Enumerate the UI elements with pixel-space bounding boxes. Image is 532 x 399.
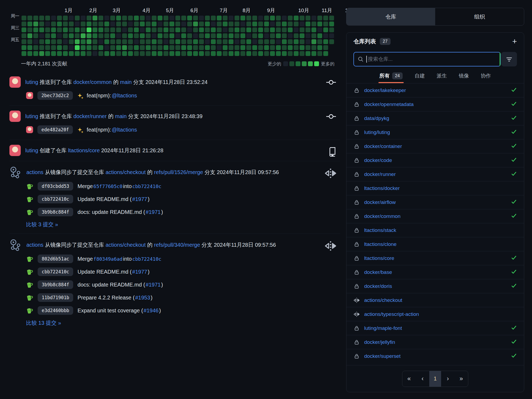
inline-link[interactable]: main [120, 79, 132, 85]
repo-link[interactable]: docker/doris [364, 283, 507, 289]
repo-row[interactable]: docker/common [346, 209, 524, 223]
inline-link[interactable]: cbb722410c [132, 183, 161, 189]
commit-hash[interactable]: cbb722410c [38, 267, 73, 276]
first-page-button[interactable]: « [402, 371, 416, 387]
repo-link[interactable]: actions/checkout [364, 297, 517, 303]
repo-row[interactable]: docker/airflow [346, 195, 524, 209]
repo-link[interactable]: luting/maple-font [364, 325, 507, 331]
repo-link[interactable]: actions/typescript-action [364, 311, 517, 317]
repo-link[interactable]: ltactions/clone [364, 241, 517, 247]
compare-commits-link[interactable]: 比较 13 提交 » [26, 319, 340, 327]
inline-link[interactable]: actions [26, 169, 43, 175]
inline-link[interactable]: #1953 [135, 295, 150, 301]
repo-row[interactable]: ltactions/stack [346, 223, 524, 237]
repo-row[interactable]: docker/lakekeeper [346, 83, 524, 97]
repo-row[interactable]: docker/container [346, 139, 524, 153]
user-avatar[interactable] [9, 76, 21, 88]
repo-row[interactable]: luting/luting [346, 125, 524, 139]
repo-row[interactable]: ltactions/docker [346, 181, 524, 195]
prev-page-button[interactable]: ‹ [416, 371, 429, 387]
inline-link[interactable]: actions/checkout [106, 242, 146, 248]
inline-link[interactable]: f80349a6ad [93, 256, 122, 262]
inline-link[interactable]: luting [25, 147, 38, 153]
repo-row[interactable]: docker/jellyfin [346, 335, 524, 349]
inline-link[interactable]: docker/runner [73, 113, 107, 119]
commit-hash[interactable]: 802d6b51ac [38, 255, 73, 263]
filter-tab[interactable]: 自建 [414, 72, 425, 83]
inline-link[interactable]: ltactions/core [68, 147, 100, 153]
commit-hash[interactable]: cbb722410c [38, 195, 73, 203]
inline-link[interactable]: #1946 [144, 308, 159, 314]
repo-row[interactable]: docker/openmetadata [346, 97, 524, 111]
inline-link[interactable]: refs/pull/340/merge [154, 242, 200, 248]
commit-hash[interactable]: 3b9b8c884f [38, 208, 73, 216]
actions-avatar-icon[interactable] [9, 239, 22, 251]
commit-hash[interactable]: 11bd71901b [38, 293, 73, 302]
commit-author-avatar[interactable] [26, 92, 33, 99]
inline-link[interactable]: #1971 [146, 209, 161, 215]
inline-link[interactable]: cbb722410c [132, 256, 161, 262]
repo-row[interactable]: docker/superset [346, 349, 524, 363]
filter-tab[interactable]: 所有24 [380, 72, 403, 83]
filter-tab[interactable]: 镜像 [459, 72, 469, 83]
next-page-button[interactable]: › [441, 371, 455, 387]
inline-link[interactable]: #1977 [132, 269, 147, 275]
repo-row[interactable]: docker/base [346, 265, 524, 279]
filter-tab[interactable]: 协作 [481, 72, 491, 83]
user-avatar[interactable] [9, 145, 21, 156]
repo-row[interactable]: docker/runner [346, 167, 524, 181]
inline-link[interactable]: #1971 [146, 282, 161, 288]
inline-link[interactable]: actions/checkout [106, 169, 146, 175]
repo-row[interactable]: luting/maple-font [346, 321, 524, 335]
repo-link[interactable]: docker/lakekeeper [364, 87, 507, 93]
repo-link[interactable]: docker/jellyfin [364, 339, 507, 345]
last-page-button[interactable]: » [455, 371, 468, 387]
repo-link[interactable]: luting/luting [364, 129, 507, 135]
inline-link[interactable]: #1977 [132, 196, 147, 202]
inline-link[interactable]: actions [26, 242, 43, 248]
commit-hash[interactable]: 3b9b8c884f [38, 280, 73, 289]
repo-link[interactable]: docker/code [364, 157, 507, 163]
repo-link[interactable]: docker/base [364, 269, 507, 275]
filter-button[interactable] [501, 52, 517, 66]
inline-link[interactable]: @ltactions [112, 93, 137, 99]
repo-row[interactable]: actions/typescript-action [346, 307, 524, 321]
inline-link[interactable]: luting [25, 113, 38, 119]
repo-row[interactable]: ltactions/clone [346, 237, 524, 251]
commit-hash[interactable]: 2bec73d2c2 [37, 91, 73, 100]
commit-hash[interactable]: e3d2460bbb [38, 306, 73, 315]
repo-link[interactable]: docker/common [364, 213, 507, 219]
inline-link[interactable]: main [115, 113, 126, 119]
current-page[interactable]: 1 [429, 371, 441, 387]
filter-tab[interactable]: 派生 [437, 72, 447, 83]
repo-link[interactable]: ltactions/core [364, 255, 507, 261]
add-repo-button[interactable]: + [512, 37, 517, 45]
compare-commits-link[interactable]: 比较 3 提交 » [26, 221, 340, 228]
repo-search-input[interactable] [367, 56, 496, 62]
repo-row[interactable]: docker/doris [346, 279, 524, 293]
repo-link[interactable]: ltactions/stack [364, 227, 517, 233]
panel-tab-repos[interactable]: 仓库 [346, 8, 435, 25]
commit-hash[interactable]: ede482a20f [37, 125, 73, 134]
repo-link[interactable]: docker/runner [364, 171, 507, 177]
user-avatar[interactable] [9, 111, 21, 122]
repo-link[interactable]: docker/container [364, 143, 507, 149]
repo-link[interactable]: docker/airflow [364, 199, 507, 205]
panel-tab-orgs[interactable]: 组织 [435, 8, 524, 25]
actions-avatar-icon[interactable] [9, 166, 22, 178]
repo-row[interactable]: docker/code [346, 153, 524, 167]
repo-link[interactable]: docker/openmetadata [364, 101, 507, 107]
inline-link[interactable]: @ltactions [112, 127, 137, 133]
commit-hash[interactable]: df03cbdd53 [38, 182, 73, 190]
repo-link[interactable]: docker/superset [364, 353, 507, 359]
repo-link[interactable]: ltactions/docker [364, 185, 517, 191]
inline-link[interactable]: luting [25, 79, 38, 85]
repo-row[interactable]: data/dpykg [346, 111, 524, 125]
inline-link[interactable]: refs/pull/1526/merge [154, 169, 203, 175]
inline-link[interactable]: docker/common [73, 79, 112, 85]
repo-row[interactable]: actions/checkout [346, 293, 524, 307]
commit-author-avatar[interactable] [26, 126, 33, 133]
repo-link[interactable]: data/dpykg [364, 115, 507, 121]
repo-row[interactable]: ltactions/core [346, 251, 524, 265]
inline-link[interactable]: 65f77605c0 [93, 183, 122, 189]
